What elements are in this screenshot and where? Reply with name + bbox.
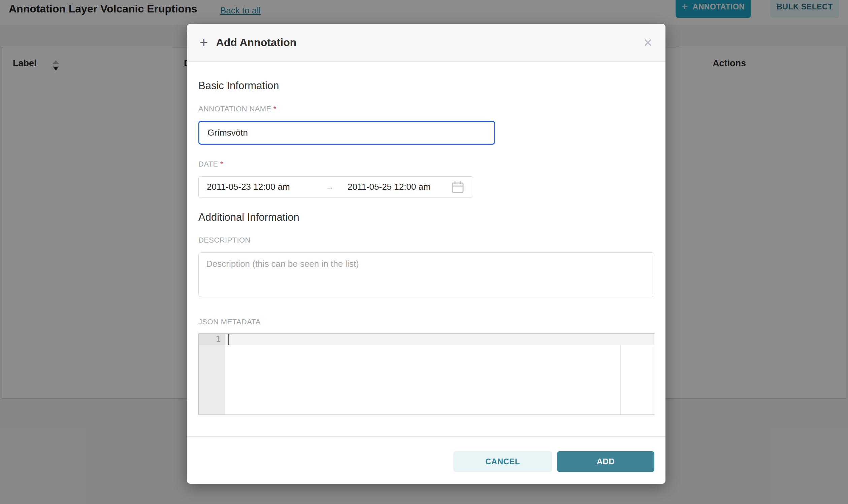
editor-cursor xyxy=(228,334,229,345)
date-label: DATE* xyxy=(198,160,223,168)
section-additional-information: Additional Information xyxy=(198,211,299,223)
cancel-button[interactable]: CANCEL xyxy=(453,451,552,472)
description-label: DESCRIPTION xyxy=(198,236,250,245)
editor-active-line xyxy=(225,334,654,345)
editor-line-number: 1 xyxy=(199,334,225,345)
annotation-name-label-text: ANNOTATION NAME xyxy=(198,105,272,113)
annotation-name-input[interactable] xyxy=(198,121,495,145)
date-end-value[interactable]: 2011-05-25 12:00 am xyxy=(348,182,431,192)
calendar-icon xyxy=(451,180,465,194)
required-mark: * xyxy=(220,160,223,168)
required-mark: * xyxy=(274,105,277,113)
editor-gutter xyxy=(199,334,225,414)
date-start-value[interactable]: 2011-05-23 12:00 am xyxy=(207,182,325,192)
modal-header: + Add Annotation ✕ xyxy=(187,24,665,61)
editor-print-margin xyxy=(620,345,621,414)
arrow-right-icon: → xyxy=(325,182,341,192)
description-textarea[interactable] xyxy=(198,252,654,297)
screen: Annotation Layer Volcanic Eruptions Back… xyxy=(0,0,848,504)
json-metadata-label: JSON METADATA xyxy=(198,318,261,326)
annotation-name-label: ANNOTATION NAME* xyxy=(198,105,277,113)
add-annotation-modal: + Add Annotation ✕ Basic Information ANN… xyxy=(187,24,665,484)
add-button[interactable]: ADD xyxy=(557,451,654,472)
plus-icon: + xyxy=(200,36,208,50)
date-label-text: DATE xyxy=(198,160,218,168)
modal-title: Add Annotation xyxy=(216,36,297,49)
close-icon[interactable]: ✕ xyxy=(643,37,653,49)
date-range-picker[interactable]: 2011-05-23 12:00 am → 2011-05-25 12:00 a… xyxy=(198,176,473,198)
footer-divider xyxy=(187,436,665,437)
section-basic-information: Basic Information xyxy=(198,80,279,92)
json-metadata-editor[interactable]: 1 xyxy=(198,334,654,415)
